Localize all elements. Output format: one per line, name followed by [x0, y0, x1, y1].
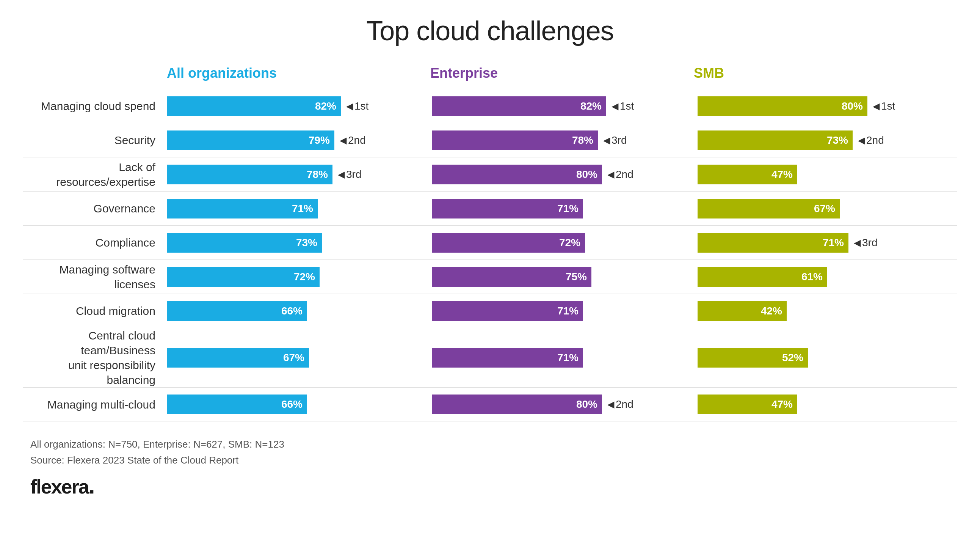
bar-group-all: 78%◀ 3rd — [167, 164, 432, 184]
bar-group-smb: 47% — [698, 164, 963, 184]
bar-group-enterprise: 71% — [432, 348, 698, 368]
bar-smb: 47% — [698, 394, 797, 414]
chart-row: Governance71%71%67% — [23, 191, 957, 225]
bar-label-smb: 67% — [814, 203, 835, 215]
bar-label-all: 67% — [283, 352, 304, 364]
row-label: Security — [23, 133, 167, 148]
bar-label-all: 82% — [315, 100, 336, 112]
bars-section: 67%71%52% — [167, 348, 963, 368]
footer-source: Source: Flexera 2023 State of the Cloud … — [30, 453, 957, 469]
rank-label-smb: ◀ 1st — [873, 100, 895, 112]
header-all: All organizations — [167, 65, 430, 81]
row-label: Governance — [23, 201, 167, 216]
bar-label-enterprise: 78% — [572, 134, 593, 147]
bars-section: 82%◀ 1st82%◀ 1st80%◀ 1st — [167, 96, 963, 116]
bar-label-all: 66% — [281, 305, 302, 317]
bar-group-smb: 80%◀ 1st — [698, 96, 963, 116]
chart-row: Lack of resources/expertise78%◀ 3rd80%◀ … — [23, 157, 957, 191]
bars-section: 73%72%71%◀ 3rd — [167, 233, 963, 253]
rank-label-all: ◀ 1st — [346, 100, 369, 112]
bar-enterprise: 82% — [432, 96, 606, 116]
footer-note: All organizations: N=750, Enterprise: N=… — [30, 437, 957, 453]
bar-group-enterprise: 80%◀ 2nd — [432, 394, 698, 414]
bar-enterprise: 71% — [432, 348, 583, 368]
bar-label-smb: 80% — [842, 100, 863, 112]
chart-row: Managing cloud spend82%◀ 1st82%◀ 1st80%◀… — [23, 89, 957, 123]
bar-label-enterprise: 71% — [557, 305, 579, 317]
bar-smb: 71% — [698, 233, 848, 253]
rank-label-all: ◀ 2nd — [340, 134, 366, 147]
row-label: Central cloud team/Businessunit responsi… — [23, 328, 167, 387]
chart-row: Managing multi-cloud66%80%◀ 2nd47% — [23, 387, 957, 421]
bar-group-all: 66% — [167, 301, 432, 321]
bar-enterprise: 78% — [432, 131, 598, 150]
chart-row: Security79%◀ 2nd78%◀ 3rd73%◀ 2nd — [23, 123, 957, 157]
bar-group-all: 67% — [167, 348, 432, 368]
row-label: Managing cloud spend — [23, 99, 167, 113]
bar-label-all: 71% — [292, 203, 313, 215]
bar-enterprise: 71% — [432, 199, 583, 218]
bar-label-all: 78% — [307, 168, 328, 180]
bar-label-smb: 47% — [772, 168, 793, 180]
row-label: Compliance — [23, 235, 167, 250]
bar-label-all: 72% — [294, 271, 315, 283]
bar-all: 78% — [167, 164, 332, 184]
bar-label-smb: 52% — [782, 352, 803, 364]
bar-smb: 61% — [698, 267, 827, 287]
bar-smb: 52% — [698, 348, 808, 368]
bar-label-all: 73% — [296, 237, 317, 249]
bars-section: 66%80%◀ 2nd47% — [167, 394, 963, 414]
bar-group-smb: 67% — [698, 199, 963, 218]
column-headers: All organizations Enterprise SMB — [167, 65, 957, 81]
bar-label-enterprise: 80% — [576, 398, 598, 410]
bar-label-enterprise: 75% — [566, 271, 587, 283]
bar-all: 66% — [167, 301, 307, 321]
rank-label-enterprise: ◀ 1st — [611, 100, 634, 112]
bar-label-smb: 42% — [761, 305, 782, 317]
chart-container: All organizations Enterprise SMB Managin… — [23, 65, 957, 421]
bar-group-enterprise: 80%◀ 2nd — [432, 164, 698, 184]
bar-group-all: 66% — [167, 394, 432, 414]
bar-group-smb: 71%◀ 3rd — [698, 233, 963, 253]
rank-label-enterprise: ◀ 3rd — [603, 134, 627, 147]
bar-group-all: 72% — [167, 267, 432, 287]
bar-label-enterprise: 71% — [557, 352, 579, 364]
bar-label-smb: 73% — [827, 134, 848, 147]
bar-group-all: 73% — [167, 233, 432, 253]
header-smb: SMB — [694, 65, 957, 81]
bar-group-smb: 52% — [698, 348, 963, 368]
bars-section: 78%◀ 3rd80%◀ 2nd47% — [167, 164, 963, 184]
bar-all: 66% — [167, 394, 307, 414]
bar-group-all: 79%◀ 2nd — [167, 131, 432, 150]
bar-smb: 80% — [698, 96, 867, 116]
bar-enterprise: 75% — [432, 267, 592, 287]
bar-group-enterprise: 71% — [432, 301, 698, 321]
bar-label-smb: 61% — [802, 271, 822, 283]
row-label: Managing multi-cloud — [23, 397, 167, 412]
bar-group-enterprise: 72% — [432, 233, 698, 253]
bar-group-smb: 73%◀ 2nd — [698, 131, 963, 150]
bar-enterprise: 80% — [432, 164, 602, 184]
chart-row: Cloud migration66%71%42% — [23, 293, 957, 328]
header-enterprise: Enterprise — [430, 65, 694, 81]
row-label: Managing software licenses — [23, 262, 167, 292]
footer-brand: flexera. — [30, 473, 957, 499]
bar-all: 72% — [167, 267, 320, 287]
bar-group-smb: 61% — [698, 267, 963, 287]
chart-title: Top cloud challenges — [366, 15, 613, 46]
chart-row: Central cloud team/Businessunit responsi… — [23, 328, 957, 387]
bar-group-enterprise: 78%◀ 3rd — [432, 131, 698, 150]
bar-group-enterprise: 75% — [432, 267, 698, 287]
bar-group-smb: 47% — [698, 394, 963, 414]
row-label: Cloud migration — [23, 303, 167, 318]
bar-all: 73% — [167, 233, 322, 253]
bar-group-all: 71% — [167, 199, 432, 218]
bar-group-smb: 42% — [698, 301, 963, 321]
bar-label-enterprise: 82% — [581, 100, 601, 112]
bar-smb: 42% — [698, 301, 787, 321]
bar-all: 71% — [167, 199, 318, 218]
rows-container: Managing cloud spend82%◀ 1st82%◀ 1st80%◀… — [23, 89, 957, 421]
bars-section: 79%◀ 2nd78%◀ 3rd73%◀ 2nd — [167, 131, 963, 150]
bars-section: 71%71%67% — [167, 199, 963, 218]
bar-label-enterprise: 71% — [557, 203, 579, 215]
